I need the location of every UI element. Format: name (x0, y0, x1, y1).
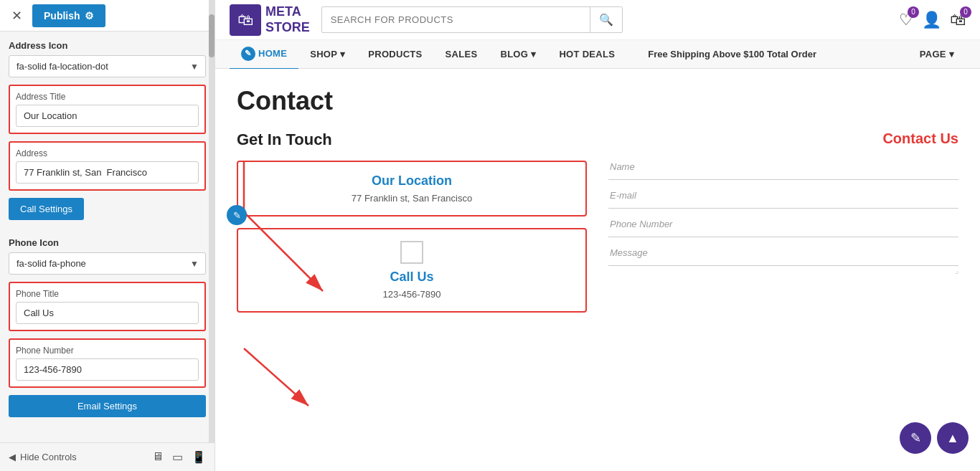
get-in-touch-title: Get In Touch (237, 130, 587, 149)
arrow-to-phone (244, 348, 308, 406)
phone-icon-select-wrapper: fa-solid fa-phone ▼ (9, 252, 206, 275)
cart-badge: 0 (960, 6, 971, 18)
address-icon-select-wrapper: fa-solid fa-location-dot ▼ (9, 55, 206, 77)
phone-title-label: Phone Title (16, 289, 199, 299)
get-in-touch: Get In Touch Our Location 77 Franklin st… (237, 130, 587, 324)
device-icons: 🖥 ▭ 📱 (152, 450, 206, 464)
nav-item-products[interactable]: PRODUCTS (357, 42, 433, 67)
nav-item-shop[interactable]: SHOP ▾ (298, 42, 357, 67)
address-input[interactable] (16, 161, 199, 184)
phone-icon-select[interactable]: fa-solid fa-phone (9, 252, 206, 275)
nav-hotdeals-label: HOT DEALS (559, 49, 615, 60)
phone-card: Call Us 123-456-7890 (237, 228, 587, 313)
address-icon-select[interactable]: fa-solid fa-location-dot (9, 55, 206, 77)
page-title: Contact (237, 86, 958, 116)
address-title-input[interactable] (16, 105, 199, 127)
phone-title-box: Phone Title (9, 282, 206, 331)
nav-item-home[interactable]: ✎ HOME (230, 39, 298, 70)
hide-controls[interactable]: ◀ Hide Controls (9, 452, 77, 462)
phone-card-subtitle: 123-456-7890 (253, 289, 571, 300)
search-icon: 🔍 (599, 14, 613, 26)
cart-icon[interactable]: 🛍 0 (950, 11, 966, 29)
call-settings-button[interactable]: Call Settings (9, 198, 84, 220)
form-name-field[interactable]: Name (608, 154, 958, 180)
bottom-bar: ◀ Hide Controls 🖥 ▭ 📱 (0, 442, 215, 471)
location-card: Our Location 77 Franklin st, San Francis… (237, 161, 587, 217)
logo-icon: 🛍 (230, 4, 261, 36)
logo-text: META STORE (265, 4, 310, 35)
search-input[interactable] (322, 9, 590, 31)
header-icons: ♡ 0 👤 🛍 0 (899, 11, 966, 29)
resize-handle: ⌟ (608, 266, 958, 275)
address-title-box: Address Title (9, 85, 206, 134)
mobile-icon[interactable]: 📱 (192, 450, 206, 464)
phone-icon-label: Phone Icon (9, 237, 206, 248)
wishlist-badge: 0 (908, 6, 919, 18)
location-card-title: Our Location (253, 173, 571, 189)
email-settings-button[interactable]: Email Settings (9, 395, 206, 417)
account-icon[interactable]: 👤 (922, 11, 941, 29)
store-header: 🛍 META STORE 🔍 ♡ 0 👤 🛍 0 (215, 0, 980, 40)
search-bar: 🔍 (321, 6, 623, 33)
phone-number-input[interactable] (16, 358, 199, 381)
address-box: Address (9, 141, 206, 191)
nav-sales-label: SALES (446, 49, 478, 60)
logo-line1: META (265, 4, 301, 19)
main-area: 🛍 META STORE 🔍 ♡ 0 👤 🛍 0 (215, 0, 980, 471)
left-panel: ✕ Publish ⚙ Address Icon fa-solid fa-loc… (0, 0, 215, 471)
search-button[interactable]: 🔍 (590, 7, 622, 32)
nav-item-blog[interactable]: BLOG ▾ (489, 42, 547, 67)
store-logo: 🛍 META STORE (230, 4, 310, 36)
section-edit-pencil[interactable]: ✎ (227, 205, 247, 225)
panel-scrollbar[interactable] (209, 0, 215, 442)
form-phone-field[interactable]: Phone Number (608, 211, 958, 237)
form-email-field[interactable]: E-mail (608, 183, 958, 209)
phone-icon-box (400, 241, 423, 264)
contact-form: Contact Us Name E-mail Phone Number Mess… (608, 130, 958, 275)
store-nav: ✎ HOME SHOP ▾ PRODUCTS SALES BLOG ▾ HOT … (215, 40, 980, 69)
desktop-icon[interactable]: 🖥 (152, 450, 164, 464)
top-bar: ✕ Publish ⚙ (0, 0, 215, 32)
publish-label: Publish (44, 10, 80, 22)
phone-title-input[interactable] (16, 302, 199, 324)
chevron-left-icon: ◀ (9, 452, 16, 462)
logo-line2: STORE (265, 20, 310, 34)
location-card-subtitle: 77 Franklin st, San Francisco (253, 193, 571, 204)
gear-icon: ⚙ (85, 10, 94, 22)
fab-container: ✎ ▲ (900, 422, 969, 454)
fab-pencil-button[interactable]: ✎ (900, 422, 931, 454)
tablet-icon[interactable]: ▭ (172, 450, 183, 464)
form-message-field[interactable]: Message (608, 240, 958, 266)
page-content: Contact ✎ Get In Touch Our Location 77 F… (215, 69, 980, 341)
nav-page-label: PAGE ▾ (920, 49, 954, 60)
home-circle-icon: ✎ (241, 47, 255, 61)
phone-number-box: Phone Number (9, 338, 206, 388)
wishlist-icon[interactable]: ♡ 0 (899, 11, 913, 29)
hide-controls-label: Hide Controls (20, 452, 77, 462)
close-button[interactable]: ✕ (7, 6, 27, 25)
nav-shop-label: SHOP ▾ (310, 49, 345, 60)
fab-up-button[interactable]: ▲ (937, 422, 969, 454)
nav-item-sales[interactable]: SALES (434, 42, 489, 67)
nav-item-hotdeals[interactable]: HOT DEALS (547, 42, 626, 67)
address-icon-label: Address Icon (9, 40, 206, 51)
address-title-label: Address Title (16, 92, 199, 102)
nav-items: ✎ HOME SHOP ▾ PRODUCTS SALES BLOG ▾ HOT … (230, 39, 626, 70)
contact-form-title: Contact Us (608, 130, 958, 147)
panel-scrollbar-thumb (209, 14, 215, 57)
phone-card-title: Call Us (253, 270, 571, 285)
nav-home-label: HOME (258, 48, 287, 59)
free-shipping-text: Free Shipping Above $100 Total Order (648, 49, 816, 60)
publish-button[interactable]: Publish ⚙ (32, 4, 105, 27)
address-label: Address (16, 148, 199, 158)
phone-number-label: Phone Number (16, 346, 199, 356)
nav-item-page[interactable]: PAGE ▾ (908, 42, 966, 67)
nav-products-label: PRODUCTS (368, 49, 422, 60)
nav-blog-label: BLOG ▾ (500, 49, 536, 60)
contact-section: Get In Touch Our Location 77 Franklin st… (237, 130, 958, 324)
panel-content: Address Icon fa-solid fa-location-dot ▼ … (0, 32, 215, 442)
